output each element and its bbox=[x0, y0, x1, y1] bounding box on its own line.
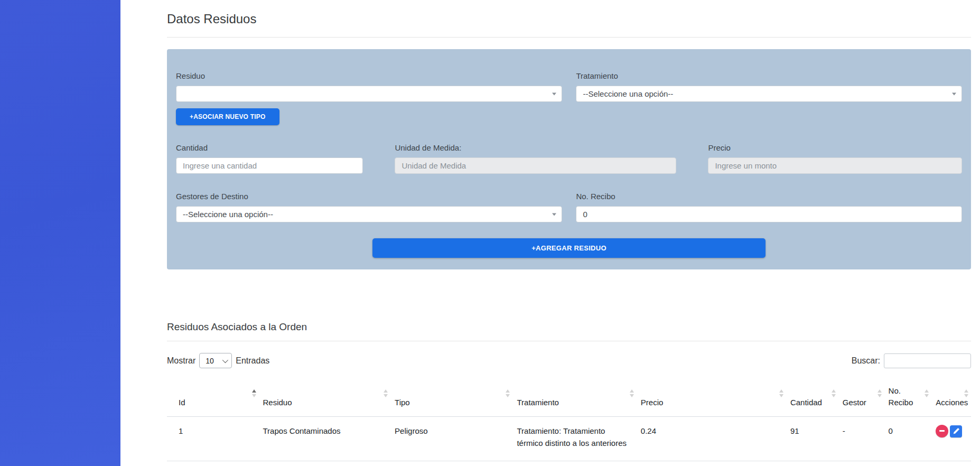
cell-cantidad: 91 bbox=[786, 416, 838, 461]
page-size-value: 10 bbox=[206, 357, 214, 365]
column-header-precio[interactable]: Precio bbox=[637, 381, 786, 416]
search-input[interactable] bbox=[884, 353, 971, 368]
gestores-field-group: Gestores de Destino --Seleccione una opc… bbox=[176, 192, 562, 222]
sort-arrows-icon bbox=[964, 389, 968, 397]
residuos-table: Id Residuo Tipo Tratamiento bbox=[167, 381, 971, 466]
precio-input bbox=[708, 157, 962, 174]
tratamiento-label: Tratamiento bbox=[576, 71, 962, 80]
search-label: Buscar: bbox=[852, 356, 880, 366]
delete-row-button[interactable] bbox=[936, 425, 948, 437]
column-header-label: Id bbox=[179, 398, 185, 407]
sort-arrows-icon bbox=[630, 389, 634, 397]
column-header-label: Acciones bbox=[936, 398, 968, 407]
gestores-select[interactable]: --Seleccione una opción-- bbox=[176, 206, 562, 222]
gestores-select-value: --Seleccione una opción-- bbox=[183, 210, 273, 219]
gestores-label: Gestores de Destino bbox=[176, 192, 562, 201]
cell-id: 1 bbox=[167, 416, 259, 461]
recibo-label: No. Recibo bbox=[576, 192, 962, 201]
caret-down-icon bbox=[952, 92, 956, 95]
sort-arrows-icon bbox=[878, 389, 882, 397]
column-header-acciones[interactable]: Acciones bbox=[931, 381, 971, 416]
pencil-icon bbox=[953, 428, 959, 434]
sort-arrows-icon bbox=[506, 389, 510, 397]
title-divider bbox=[167, 37, 971, 38]
cell-tratamiento: Tratamiento: Tratamiento térmico distint… bbox=[512, 416, 636, 461]
table-controls: Mostrar 10 Entradas Buscar: bbox=[167, 353, 971, 368]
residuo-form-panel: Residuo +ASOCIAR NUEVO TIPO Tratamiento … bbox=[167, 49, 971, 269]
unidad-label: Unidad de Medida: bbox=[395, 143, 676, 152]
cell-tipo: Peligroso bbox=[390, 461, 512, 466]
precio-label: Precio bbox=[708, 143, 962, 152]
cell-tratamiento: Tratamiento: Tratamiento físico, químico… bbox=[512, 461, 636, 466]
column-header-cantidad[interactable]: Cantidad bbox=[786, 381, 838, 416]
sort-arrows-icon bbox=[779, 389, 783, 397]
precio-field-group: Precio bbox=[708, 143, 962, 174]
column-header-gestor[interactable]: Gestor bbox=[838, 381, 884, 416]
sort-arrows-icon bbox=[832, 389, 836, 397]
column-header-no-recibo[interactable]: No. Recibo bbox=[884, 381, 932, 416]
cell-precio: 0.24 bbox=[637, 416, 786, 461]
form-row-1: Residuo +ASOCIAR NUEVO TIPO Tratamiento … bbox=[176, 71, 962, 125]
cantidad-input[interactable] bbox=[176, 157, 363, 174]
sort-arrows-icon bbox=[384, 389, 388, 397]
search-control: Buscar: bbox=[852, 353, 971, 368]
table-row: 1 Trapos Contaminados Peligroso Tratamie… bbox=[167, 416, 971, 461]
show-label: Mostrar bbox=[167, 356, 195, 366]
section-title: Residuos Asociados a la Orden bbox=[167, 321, 971, 333]
cell-acciones bbox=[931, 461, 971, 466]
cell-id: 2 bbox=[167, 461, 259, 466]
cell-gestor: - bbox=[838, 416, 884, 461]
cell-residuo: Trapos Contaminados bbox=[259, 416, 391, 461]
form-row-3: Gestores de Destino --Seleccione una opc… bbox=[176, 192, 962, 222]
column-header-tratamiento[interactable]: Tratamiento bbox=[512, 381, 636, 416]
column-header-label: Tratamiento bbox=[517, 398, 558, 407]
minus-icon bbox=[939, 430, 945, 432]
column-header-label: Residuo bbox=[263, 398, 292, 407]
column-header-label: Gestor bbox=[843, 398, 866, 407]
cell-precio: 1 bbox=[637, 461, 786, 466]
cell-no-recibo: 234 bbox=[884, 461, 932, 466]
column-header-tipo[interactable]: Tipo bbox=[390, 381, 512, 416]
entries-label: Entradas bbox=[236, 356, 269, 366]
app-window: Datos Residuos Residuo +ASOCIAR NUEVO TI… bbox=[0, 0, 980, 466]
sidebar-nav bbox=[0, 0, 120, 466]
caret-down-icon bbox=[552, 92, 556, 95]
caret-down-icon bbox=[552, 213, 556, 216]
section-divider bbox=[167, 341, 971, 341]
form-row-2: Cantidad Unidad de Medida: Precio bbox=[176, 143, 962, 174]
unidad-field-group: Unidad de Medida: bbox=[395, 143, 676, 174]
column-header-label: Cantidad bbox=[790, 398, 822, 407]
agregar-residuo-button[interactable]: +AGREGAR RESIDUO bbox=[372, 238, 766, 258]
recibo-field-group: No. Recibo bbox=[576, 192, 962, 222]
agregar-button-row: +AGREGAR RESIDUO bbox=[176, 238, 962, 258]
main-content: Datos Residuos Residuo +ASOCIAR NUEVO TI… bbox=[120, 0, 980, 466]
residuo-select[interactable] bbox=[176, 86, 562, 102]
table-header-row: Id Residuo Tipo Tratamiento bbox=[167, 381, 971, 416]
cell-acciones bbox=[931, 416, 971, 461]
residuo-label: Residuo bbox=[176, 71, 562, 80]
edit-row-button[interactable] bbox=[950, 425, 962, 437]
cantidad-field-group: Cantidad bbox=[176, 143, 363, 174]
cantidad-label: Cantidad bbox=[176, 143, 363, 152]
table-row: 2 TRAPOS CON SOLVENTES Peligroso Tratami… bbox=[167, 461, 971, 466]
cell-no-recibo: 0 bbox=[884, 416, 932, 461]
sort-arrows-icon bbox=[925, 389, 929, 397]
asociar-nuevo-tipo-button[interactable]: +ASOCIAR NUEVO TIPO bbox=[176, 108, 279, 125]
cell-gestor: PAtitos nuevo bbox=[838, 461, 884, 466]
chevron-down-icon bbox=[222, 357, 228, 362]
recibo-input[interactable] bbox=[576, 206, 962, 222]
tratamiento-select[interactable]: --Seleccione una opción-- bbox=[576, 86, 962, 102]
residuo-field-group: Residuo +ASOCIAR NUEVO TIPO bbox=[176, 71, 562, 125]
page-size-select[interactable]: 10 bbox=[199, 353, 232, 368]
tratamiento-select-value: --Seleccione una opción-- bbox=[583, 89, 673, 98]
associated-residuos-section: Residuos Asociados a la Orden Mostrar 10… bbox=[167, 321, 971, 466]
sort-arrows-icon bbox=[252, 389, 256, 397]
page-length-control: Mostrar 10 Entradas bbox=[167, 353, 269, 368]
cell-residuo: TRAPOS CON SOLVENTES bbox=[259, 461, 391, 466]
unidad-input bbox=[395, 157, 676, 174]
cell-cantidad: 23 bbox=[786, 461, 838, 466]
column-header-label: No. Recibo bbox=[889, 386, 913, 407]
column-header-label: Tipo bbox=[395, 398, 410, 407]
column-header-residuo[interactable]: Residuo bbox=[259, 381, 391, 416]
column-header-id[interactable]: Id bbox=[167, 381, 259, 416]
